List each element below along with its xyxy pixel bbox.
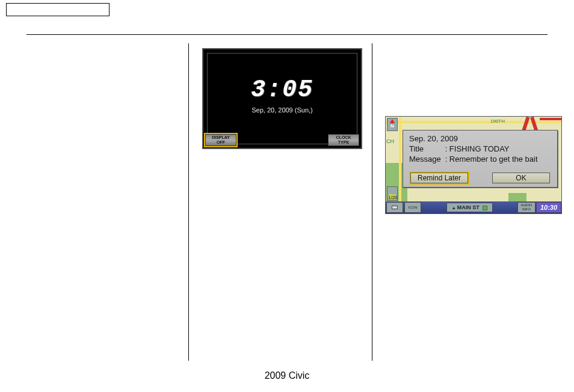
popup-message-row: Message : Remember to get the bait [409, 155, 551, 164]
popup-message-value: Remember to get the bait [449, 155, 538, 164]
ok-button[interactable]: OK [492, 173, 550, 183]
highway [522, 117, 529, 132]
audio-line1: AUDIO [520, 203, 532, 207]
remind-later-button[interactable]: Remind Later [410, 173, 468, 183]
display-mode-icon[interactable] [386, 202, 403, 213]
north-letter: N [387, 123, 397, 129]
map-initial: CH [386, 138, 394, 144]
popup-date: Sep. 20, 2009 [409, 134, 551, 143]
map-screen: 190TH CH N 1/20 Sep. 20, 2009 Title : FI… [385, 116, 562, 214]
shield-icon [483, 206, 487, 210]
reminder-popup: Sep. 20, 2009 Title : FISHING TODAY Mess… [403, 130, 558, 188]
ns-indicator: ▲ [452, 206, 456, 210]
road [399, 117, 401, 203]
street-name: ▲MAIN ST [446, 203, 493, 212]
popup-title-row: Title : FISHING TODAY [409, 144, 551, 153]
highway [540, 118, 562, 120]
clock-type-button[interactable]: CLOCK TYPE [328, 134, 359, 146]
display-off-button[interactable]: DISPLAY OFF [205, 134, 236, 146]
road-label: 190TH [490, 118, 505, 124]
clock-type-line1: CLOCK [336, 135, 351, 140]
display-off-line2: OFF [217, 140, 225, 145]
clock-type-line2: TYPE [338, 140, 349, 145]
horizontal-rule [26, 34, 548, 35]
column-separator [372, 43, 372, 361]
audio-info-button[interactable]: AUDIO INFO [517, 202, 535, 213]
popup-message-label: Message [409, 155, 443, 164]
popup-colon: : [445, 155, 449, 164]
clock-time: 3:05 [208, 76, 357, 103]
clock-date: Sep, 20, 2009 (Sun,) [208, 106, 357, 114]
audio-line2: INFO [522, 207, 531, 212]
popup-title-label: Title [409, 144, 443, 153]
park-area [508, 193, 526, 201]
street-text: MAIN ST [457, 204, 480, 210]
icon-label: ICON [409, 206, 418, 209]
display-off-line1: DISPLAY [212, 135, 230, 140]
screen-icon [392, 206, 398, 209]
column-separator [188, 43, 189, 361]
clock-screen: 3:05 Sep, 20, 2009 (Sun,) DISPLAY OFF CL… [202, 48, 362, 149]
map-footer-bar: ICON ▲MAIN ST AUDIO INFO 10:30 [386, 201, 561, 213]
icon-menu-button[interactable]: ICON [404, 202, 421, 213]
popup-title-value: FISHING TODAY [449, 144, 510, 153]
page-footer-text: 2009 Civic [0, 370, 574, 381]
north-up-icon[interactable]: N [387, 118, 398, 131]
footer-clock: 10:30 [536, 202, 561, 213]
page-number-box [6, 3, 110, 16]
popup-colon: : [445, 144, 449, 153]
clock-inner-frame: 3:05 Sep, 20, 2009 (Sun,) [207, 53, 357, 144]
zoom-distance: 1/20 [388, 195, 398, 200]
